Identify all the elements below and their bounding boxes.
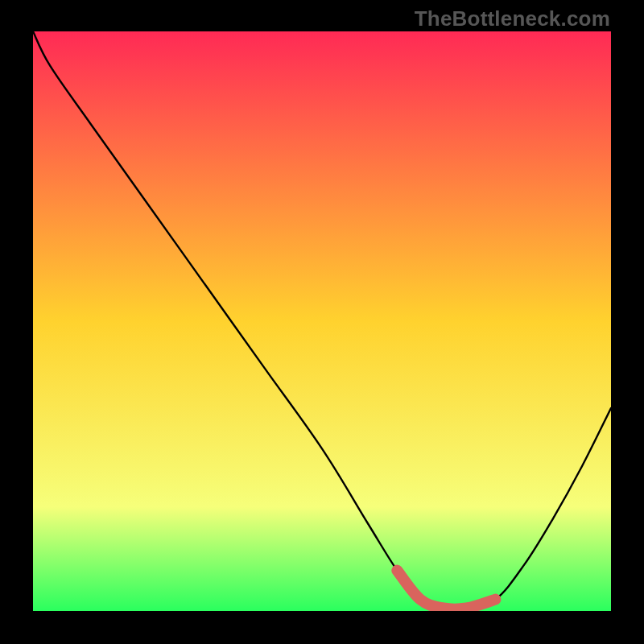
chart-svg	[33, 31, 611, 611]
chart-plot-area	[33, 31, 611, 611]
watermark-text: TheBottleneck.com	[415, 6, 610, 31]
gradient-background	[33, 31, 611, 611]
chart-frame: TheBottleneck.com	[0, 0, 644, 644]
